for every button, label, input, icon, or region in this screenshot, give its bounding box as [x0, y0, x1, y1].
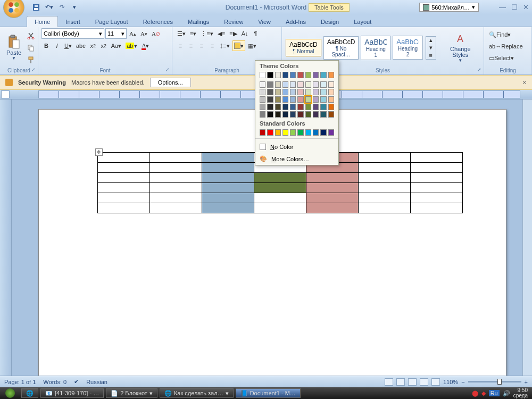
multilevel-button[interactable]: ⋮≡▾ — [199, 28, 214, 39]
table-cell[interactable] — [359, 183, 411, 193]
shading-button[interactable]: ▾ — [232, 40, 245, 51]
table-cell[interactable] — [306, 203, 359, 213]
qa-customize-icon[interactable]: ▾ — [69, 2, 80, 13]
color-swatch[interactable] — [297, 89, 303, 95]
table-cell[interactable] — [306, 173, 359, 183]
zoom-in-button[interactable]: + — [525, 379, 528, 385]
color-swatch[interactable] — [260, 111, 265, 118]
styles-down-icon[interactable]: ▾ — [426, 44, 436, 52]
table-cell[interactable] — [202, 183, 254, 193]
view-print-layout[interactable] — [385, 378, 393, 386]
security-options-button[interactable]: Options... — [150, 78, 191, 87]
copy-button[interactable] — [26, 43, 36, 53]
color-swatch[interactable] — [267, 96, 273, 103]
table-cell[interactable] — [98, 163, 150, 173]
line-spacing-button[interactable]: ‡≡▾ — [218, 40, 231, 51]
table-cell[interactable] — [150, 173, 202, 183]
clear-formatting-button[interactable]: A∅ — [150, 28, 162, 39]
color-swatch[interactable] — [275, 111, 281, 118]
color-swatch[interactable] — [290, 104, 296, 110]
paste-button[interactable]: Paste▼ — [3, 28, 24, 67]
table-cell[interactable] — [254, 173, 306, 183]
align-right-button[interactable]: ≡ — [197, 40, 206, 51]
color-swatch[interactable] — [320, 81, 326, 88]
tray-icon[interactable]: 🔊 — [503, 390, 510, 397]
show-marks-button[interactable]: ¶ — [251, 28, 261, 39]
color-swatch[interactable] — [313, 104, 319, 110]
color-swatch[interactable] — [260, 81, 265, 88]
font-color-button[interactable]: A▾ — [140, 40, 151, 51]
color-swatch[interactable] — [320, 72, 326, 78]
color-swatch[interactable] — [282, 89, 288, 95]
tab-page-layout[interactable]: Page Layout — [88, 16, 136, 27]
color-swatch[interactable] — [328, 81, 334, 88]
table-cell[interactable] — [359, 193, 411, 203]
color-swatch[interactable] — [275, 129, 281, 136]
format-painter-button[interactable] — [26, 55, 36, 65]
table-cell[interactable] — [359, 173, 411, 183]
security-close-icon[interactable]: × — [522, 78, 527, 87]
color-swatch[interactable] — [313, 96, 319, 103]
undo-icon[interactable]: ↶▾ — [44, 2, 54, 13]
color-swatch[interactable] — [282, 104, 288, 110]
table-cell[interactable] — [254, 193, 306, 203]
borders-button[interactable]: ▦▾ — [246, 40, 258, 51]
color-swatch[interactable] — [275, 81, 281, 88]
bullets-button[interactable]: ☰▾ — [176, 28, 187, 39]
color-swatch[interactable] — [297, 96, 303, 103]
color-swatch[interactable] — [267, 89, 273, 95]
color-swatch[interactable] — [267, 104, 273, 110]
color-swatch[interactable] — [313, 72, 319, 78]
color-swatch[interactable] — [320, 89, 326, 95]
color-swatch[interactable] — [282, 129, 288, 136]
color-swatch[interactable] — [275, 72, 281, 78]
color-swatch[interactable] — [305, 89, 311, 95]
underline-button[interactable]: U▾ — [63, 40, 73, 51]
color-swatch[interactable] — [290, 81, 296, 88]
color-swatch[interactable] — [282, 81, 288, 88]
table-cell[interactable] — [150, 203, 202, 213]
tab-insert[interactable]: Insert — [58, 16, 88, 27]
minimize-button[interactable]: — — [499, 3, 506, 11]
tab-home[interactable]: Home — [27, 16, 58, 27]
tab-view[interactable]: View — [251, 16, 278, 27]
sort-button[interactable]: A↓ — [240, 28, 250, 39]
table-cell[interactable] — [150, 183, 202, 193]
user-box[interactable]: 560:Михайл…▾ — [419, 3, 479, 12]
more-colors-item[interactable]: 🎨More Colors… — [255, 153, 338, 165]
find-button[interactable]: 🔍 Find ▾ — [487, 29, 528, 40]
status-proof-icon[interactable]: ✔ — [74, 378, 79, 385]
align-left-button[interactable]: ≡ — [176, 40, 185, 51]
increase-indent-button[interactable]: ≡▶ — [228, 28, 238, 39]
font-dialog-icon[interactable]: ⤢ — [164, 67, 171, 73]
color-swatch[interactable] — [267, 129, 273, 136]
view-draft[interactable] — [431, 378, 440, 386]
status-words[interactable]: Words: 0 — [43, 379, 66, 385]
color-swatch[interactable] — [275, 104, 281, 110]
color-swatch[interactable] — [290, 89, 296, 95]
color-swatch[interactable] — [328, 104, 334, 110]
table-cell[interactable] — [98, 183, 150, 193]
table-cell[interactable] — [150, 153, 202, 163]
status-language[interactable]: Russian — [86, 379, 107, 385]
table-cell[interactable] — [411, 163, 463, 173]
color-swatch[interactable] — [297, 111, 303, 118]
color-swatch[interactable] — [282, 96, 288, 103]
style-normal[interactable]: AaBbCcDd¶ Normal — [286, 39, 321, 56]
color-swatch[interactable] — [320, 129, 326, 136]
color-swatch[interactable] — [320, 104, 326, 110]
color-swatch[interactable] — [305, 104, 311, 110]
color-swatch[interactable] — [313, 111, 319, 118]
color-swatch[interactable] — [328, 96, 334, 103]
color-swatch[interactable] — [305, 111, 311, 118]
grow-font-button[interactable]: A▴ — [128, 28, 138, 39]
change-case-button[interactable]: Aa▾ — [110, 40, 123, 51]
font-size-select[interactable]: 11▾ — [105, 28, 127, 39]
bold-button[interactable]: B — [41, 40, 51, 51]
decrease-indent-button[interactable]: ◀≡ — [216, 28, 227, 39]
shrink-font-button[interactable]: A▾ — [139, 28, 149, 39]
justify-button[interactable]: ≡ — [207, 40, 217, 51]
table-cell[interactable] — [202, 153, 254, 163]
highlight-button[interactable]: ab▾ — [124, 40, 139, 51]
tray-lang[interactable]: Ru — [489, 390, 500, 396]
